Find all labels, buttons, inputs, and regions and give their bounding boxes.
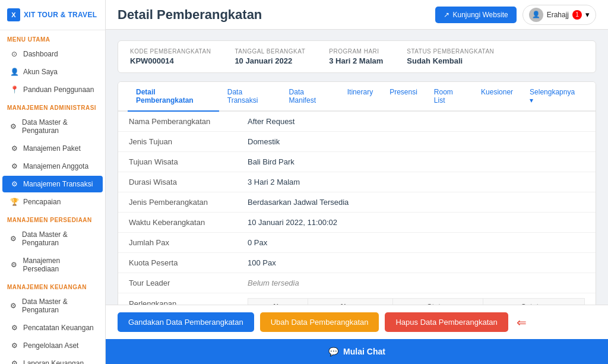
sidebar-item-aset[interactable]: ⚙ Pengelolaan Aset xyxy=(2,337,103,354)
ledger-icon: ⚙ xyxy=(10,324,19,332)
section-keuangan: MANAJEMEN KEUANGAN xyxy=(0,278,105,293)
section-admin: MANAJEMEN ADMINISTRASI xyxy=(0,99,105,113)
sidebar-item-persediaan[interactable]: ⚙ Manajemen Persediaan xyxy=(2,252,103,277)
page-title: Detail Pemberangkatan xyxy=(118,7,262,23)
dashboard-icon: ⊙ xyxy=(10,50,19,58)
chat-icon: 💬 xyxy=(328,347,338,356)
guide-icon: 📍 xyxy=(10,86,19,94)
perlengkapan-table: No Nama Status Catatan xyxy=(248,298,585,305)
tab-more[interactable]: Selengkapnya ▾ xyxy=(521,82,586,112)
user-badge[interactable]: 👤 Erahajj 1 ▾ xyxy=(522,5,596,25)
external-link-icon: ↗ xyxy=(444,11,449,19)
section-menu-utama: MENU UTAMA xyxy=(0,30,105,45)
sidebar-item-data-master-persediaan[interactable]: ⚙ Data Master & Pengaturan xyxy=(2,226,103,251)
transaction-icon: ⚙ xyxy=(10,180,19,188)
avatar: 👤 xyxy=(529,8,543,22)
info-status: STATUS PEMBERANGKATAN Sudah Kembali xyxy=(407,48,494,65)
topbar: Detail Pemberangkatan ↗ Kunjungi Website… xyxy=(106,0,608,30)
sidebar-item-data-master-admin[interactable]: ⚙ Data Master & Pengaturan xyxy=(2,114,103,139)
hapus-button[interactable]: Hapus Data Pemberangkatan xyxy=(385,312,508,332)
sidebar-item-pencapaian[interactable]: 🏆 Pencapaian xyxy=(2,194,103,210)
bottom-bar: Gandakan Data Pemberangkatan Ubah Data P… xyxy=(106,305,608,339)
notification-badge: 1 xyxy=(572,10,582,20)
package-icon: ⚙ xyxy=(10,144,19,153)
table-row: Tujuan Wisata Bali Bird Park xyxy=(118,152,596,172)
sidebar-item-akun[interactable]: 👤 Akun Saya xyxy=(2,64,103,80)
report-icon: ⚙ xyxy=(10,359,19,364)
sidebar-logo: X XIT TOUR & TRAVEL xyxy=(0,0,105,30)
topbar-right: ↗ Kunjungi Website 👤 Erahajj 1 ▾ xyxy=(435,5,596,25)
info-kode: KODE PEMBERANGKATAN KPW000014 xyxy=(130,48,211,65)
info-tanggal: TANGGAL BERANGKAT 10 Januari 2022 xyxy=(235,48,305,65)
ubah-button[interactable]: Ubah Data Pemberangkatan xyxy=(260,312,379,332)
tab-bar: Detail Pemberangkatan Data Transaksi Dat… xyxy=(118,82,596,112)
table-row: Durasi Wisata 3 Hari 2 Malam xyxy=(118,172,596,192)
table-row-tour-leader: Tour Leader Belum tersedia xyxy=(118,273,596,293)
table-row: Waktu Keberangkatan 10 Januari 2022, 11:… xyxy=(118,213,596,233)
info-program: PROGRAM HARI 3 Hari 2 Malam xyxy=(329,48,383,65)
sidebar-item-dashboard[interactable]: ⊙ Dashboard xyxy=(2,46,103,62)
sidebar: X XIT TOUR & TRAVEL MENU UTAMA ⊙ Dashboa… xyxy=(0,0,106,364)
sidebar-item-paket[interactable]: ⚙ Manajemen Paket xyxy=(2,140,103,157)
sidebar-item-transaksi[interactable]: ⚙ Manajemen Transaksi xyxy=(2,176,103,192)
gear-icon-3: ⚙ xyxy=(10,302,18,310)
sidebar-item-pencatatan[interactable]: ⚙ Pencatatan Keuangan xyxy=(2,319,103,336)
main-content: Detail Pemberangkatan ↗ Kunjungi Website… xyxy=(106,0,608,364)
table-row: Jenis Tujuan Domestik xyxy=(118,132,596,152)
tab-data-transaksi[interactable]: Data Transaksi xyxy=(219,82,281,112)
achievement-icon: 🏆 xyxy=(10,198,19,206)
gear-icon-2: ⚙ xyxy=(10,235,18,243)
chevron-down-icon: ▾ xyxy=(585,10,590,19)
logo-icon: X xyxy=(7,8,20,21)
info-bar: KODE PEMBERANGKATAN KPW000014 TANGGAL BE… xyxy=(118,40,596,73)
tab-room-list[interactable]: Room List xyxy=(426,82,473,112)
member-icon: ⚙ xyxy=(10,162,19,170)
detail-card: Detail Pemberangkatan Data Transaksi Dat… xyxy=(118,81,596,305)
table-row: Nama Pemberangkatan After Request xyxy=(118,112,596,132)
tab-detail-pemberangkatan[interactable]: Detail Pemberangkatan xyxy=(128,82,219,112)
sidebar-item-data-master-keuangan[interactable]: ⚙ Data Master & Pengaturan xyxy=(2,293,103,318)
table-row-perlengkapan: Perlengkapan Pemberangkatan No Nama Stat… xyxy=(118,293,596,305)
visit-website-button[interactable]: ↗ Kunjungi Website xyxy=(435,7,516,23)
table-row: Jenis Pemberangkatan Berdasarkan Jadwal … xyxy=(118,192,596,213)
user-icon: 👤 xyxy=(10,68,19,76)
content-area: KODE PEMBERANGKATAN KPW000014 TANGGAL BE… xyxy=(106,30,608,305)
tab-itinerary[interactable]: Itinerary xyxy=(339,82,381,112)
asset-icon: ⚙ xyxy=(10,341,19,350)
detail-table: Nama Pemberangkatan After Request Jenis … xyxy=(118,112,596,305)
table-row: Jumlah Pax 0 Pax xyxy=(118,233,596,253)
sidebar-item-panduan[interactable]: 📍 Panduan Penggunaan xyxy=(2,81,103,98)
chat-button[interactable]: 💬 Mulai Chat xyxy=(106,339,608,364)
app-name: XIT TOUR & TRAVEL xyxy=(24,11,97,19)
sidebar-item-laporan-keuangan[interactable]: ⚙ Laporan Keuangan xyxy=(2,355,103,364)
section-persediaan: MANAJEMEN PERSEDIAAN xyxy=(0,211,105,226)
tab-data-manifest[interactable]: Data Manifest xyxy=(281,82,339,112)
tab-kuesioner[interactable]: Kuesioner xyxy=(473,82,521,112)
gandakan-button[interactable]: Gandakan Data Pemberangkatan xyxy=(118,312,254,332)
arrow-icon: ⇐ xyxy=(517,315,527,330)
inventory-icon: ⚙ xyxy=(10,261,18,269)
table-row: Kuota Peserta 100 Pax xyxy=(118,253,596,273)
gear-icon: ⚙ xyxy=(10,122,18,131)
user-name: Erahajj xyxy=(547,11,569,19)
tab-presensi[interactable]: Presensi xyxy=(381,82,426,112)
sidebar-item-anggota[interactable]: ⚙ Manajemen Anggota xyxy=(2,158,103,175)
